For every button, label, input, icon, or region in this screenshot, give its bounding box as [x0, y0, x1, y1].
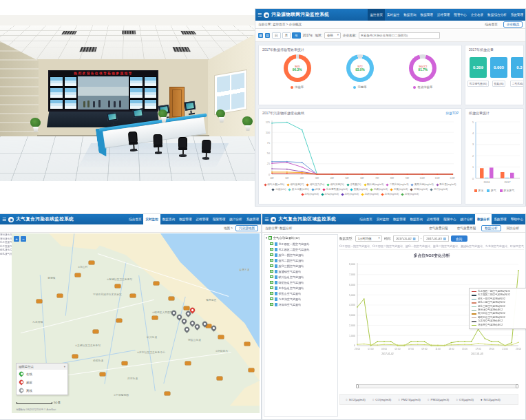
tree-item[interactable]: ✓炼化三期空气监测站	[264, 263, 337, 269]
legend-item[interactable]: 总铜(mg/m3)	[410, 188, 428, 191]
menu-item-系统管理[interactable]: 系统管理	[509, 9, 525, 21]
legend-item[interactable]: 氯化氢(mg/m3)	[436, 183, 456, 187]
checkbox-checked-icon[interactable]: ✓	[270, 303, 273, 306]
collapse-caret-icon[interactable]: ▾	[64, 365, 65, 368]
calendar-icon[interactable]: ▦	[443, 237, 446, 240]
layer-item-超标[interactable]: 超标	[17, 378, 67, 386]
tree-caret-icon[interactable]: ▾	[266, 236, 267, 240]
view-tab-企业概况[interactable]: 企业概况	[503, 21, 523, 28]
tree-item[interactable]: ✓招宝山空气监测站	[264, 291, 337, 296]
slider-handle-left[interactable]	[356, 384, 359, 388]
report-tab-同比分析[interactable]: 同比分析	[503, 225, 523, 231]
legend-item[interactable]: 烟气湿度(%)	[327, 183, 344, 187]
checkbox-checked-icon[interactable]: ✓	[270, 248, 273, 251]
legend-item[interactable]: 总砷(mg/m3)	[361, 193, 379, 196]
pollution-map-button[interactable]: 污染源地图	[235, 225, 258, 231]
tree-item[interactable]: ✓环保局空气监测站	[264, 302, 337, 307]
stat-card-label[interactable]: 化学需氧量(吨)	[467, 81, 489, 87]
legend-station-item[interactable]: 环保局空气监测站NO2	[472, 324, 526, 327]
legend-item[interactable]: 废水废气	[500, 189, 515, 192]
menu-item-系统管理[interactable]: 系统管理	[492, 214, 508, 224]
tree-item[interactable]: ✓九龙湖空气监测站	[264, 296, 337, 302]
menu-item-运维管理[interactable]: 运维管理	[425, 214, 441, 224]
checkbox-checked-icon[interactable]: ✓	[270, 292, 273, 295]
menu-item-报警中心[interactable]: 报警中心	[452, 9, 468, 21]
company-search-input[interactable]	[359, 32, 440, 39]
menu-item-系统管理[interactable]: 系统管理	[244, 214, 261, 224]
radio-NO2(μg/m3)[interactable]: ●NO2(μg/m3)	[481, 398, 501, 401]
checkbox-checked-icon[interactable]: ✓	[270, 253, 273, 257]
legend-item[interactable]: 化学需氧量(mg/m3)	[323, 188, 348, 191]
checkbox-checked-icon[interactable]: ✓	[270, 242, 273, 246]
legend-item[interactable]: 总铅(mg/m3)	[302, 193, 319, 196]
legend-item[interactable]: 废气	[487, 189, 496, 192]
radio-circle-icon[interactable]: ●	[481, 398, 483, 401]
data-type-select[interactable]: 1小时均值	[355, 235, 382, 242]
stat-card-label[interactable]: 氨氮(吨)	[492, 81, 506, 87]
menu-item-综合首页[interactable]: 综合首页	[357, 214, 374, 224]
chart-range-slider[interactable]	[356, 384, 518, 388]
tree-item[interactable]: ✓庄市街道空气监测站	[264, 285, 337, 291]
menu-item-报警中心[interactable]: 报警中心	[441, 214, 458, 224]
stat-card-label[interactable]: 二氧化硫(吨)	[510, 81, 524, 87]
menu-item-数据管理[interactable]: 数据管理	[391, 214, 408, 224]
menu-item-统计分析[interactable]: 统计分析	[227, 214, 244, 224]
view-tab-综合首页[interactable]: 综合首页	[481, 21, 501, 28]
tree-item[interactable]: ✓蛟川街道空气监测站	[264, 274, 337, 280]
checkbox-checked-icon[interactable]: ✓	[270, 286, 273, 290]
checkbox-checked-icon[interactable]: ✓	[270, 264, 273, 268]
region-select[interactable]: 全部	[324, 32, 341, 39]
zoom-in-button[interactable]: +	[14, 236, 19, 242]
menu-item-帮助中心[interactable]: 帮助中心	[509, 214, 525, 224]
checkbox-checked-icon[interactable]: ✓	[270, 297, 273, 301]
radio-O3(μg/m3)[interactable]: ○O3(μg/m3)	[456, 398, 474, 401]
menu-item-运维管理[interactable]: 运维管理	[435, 9, 452, 21]
legend-item[interactable]: 烟气流量(m3/h)	[264, 183, 284, 187]
hamburger-icon[interactable]: ☰	[0, 217, 8, 222]
checkbox-checked-icon[interactable]: ✓	[269, 236, 272, 240]
menu-item-实时监控[interactable]: 实时监控	[385, 9, 401, 21]
menu-item-监控首页[interactable]: 监控首页	[368, 9, 384, 21]
radio-circle-icon[interactable]: ○	[372, 398, 375, 401]
map-canvas[interactable]: + − 物联监控点 ▾ 在线超标离线 5公里 地图数据 GS(2017)2550…	[12, 233, 260, 413]
menu-item-实时监控[interactable]: 实时监控	[143, 214, 160, 224]
menu-item-数据分析[interactable]: 数据分析	[475, 214, 492, 224]
offline-marker-pin[interactable]	[194, 324, 201, 330]
tree-item[interactable]: ✓化工园区一期空气监测站	[264, 241, 337, 246]
tree-item[interactable]: ✓骆驼街道空气监测站	[264, 280, 337, 285]
menu-item-统计分析[interactable]: 统计分析	[459, 214, 475, 224]
legend-item[interactable]: 颗粒物(mg/m3)	[364, 183, 384, 187]
menu-item-数据管理[interactable]: 数据管理	[177, 214, 193, 224]
year-value[interactable]: 2017年	[303, 34, 313, 37]
tree-item[interactable]: ✓炼化一期空气监测站	[264, 252, 337, 258]
legend-item[interactable]: 废水	[474, 189, 484, 192]
report-tab-数据分析[interactable]: 数据分析	[481, 225, 501, 231]
radio-circle-icon[interactable]: ○	[346, 398, 348, 401]
hamburger-icon[interactable]: ☰	[255, 12, 264, 18]
legend-item[interactable]: 废水流量(m3/h)	[288, 188, 308, 191]
radio-PM2.5(μg/m3)[interactable]: ○PM2.5(μg/m3)	[398, 398, 421, 401]
legend-item[interactable]: 含氧量(%)	[347, 183, 361, 187]
offline-marker-pin[interactable]	[184, 326, 191, 333]
legend-item[interactable]: 总镍(mg/m3)	[401, 193, 419, 196]
hamburger-icon[interactable]: ☰	[262, 217, 271, 222]
report-tab-空气质量月报[interactable]: 空气质量月报	[454, 225, 480, 231]
start-date-input[interactable]: 2017-01-02 ▦	[393, 235, 419, 242]
menu-item-实时监控[interactable]: 实时监控	[375, 214, 391, 224]
menu-item-数据管理[interactable]: 数据管理	[419, 9, 435, 21]
legend-item[interactable]: 流速(m/s)	[272, 188, 286, 191]
radio-circle-icon[interactable]: ○	[456, 398, 458, 401]
period-button-月[interactable]: 月	[282, 32, 291, 39]
tree-item[interactable]: ✓炼化二期空气监测站	[264, 258, 337, 263]
radio-PM10(μg/m3)[interactable]: ○PM10(μg/m3)	[428, 398, 449, 401]
menu-item-数据查询[interactable]: 数据查询	[408, 214, 424, 224]
layer-item-在线[interactable]: 在线	[17, 370, 67, 378]
legend-item[interactable]: 烟气压力(Pa)	[306, 183, 324, 187]
menu-item-综合首页[interactable]: 综合首页	[127, 214, 143, 224]
checkbox-checked-icon[interactable]: ✓	[270, 275, 273, 279]
legend-item[interactable]: 氨氮(mg/m3)	[350, 188, 368, 191]
legend-item[interactable]: 烟气温度(℃)	[287, 183, 304, 187]
calendar-icon[interactable]: ▦	[413, 237, 416, 240]
menu-item-报警管理[interactable]: 报警管理	[211, 214, 227, 224]
legend-item[interactable]: 总锌(mg/m3)	[430, 188, 448, 191]
